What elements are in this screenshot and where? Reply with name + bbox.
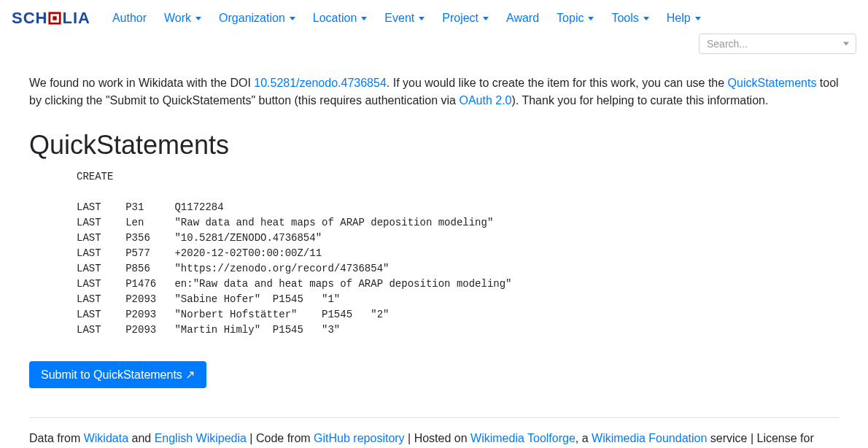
- nav-help[interactable]: Help: [659, 6, 708, 31]
- caret-icon: [361, 17, 367, 20]
- nav-location[interactable]: Location: [306, 6, 375, 31]
- nav-award[interactable]: Award: [499, 6, 546, 31]
- caret-icon: [643, 17, 649, 20]
- page-heading: QuickStatements: [29, 130, 839, 161]
- submit-button[interactable]: Submit to QuickStatements ↗: [29, 361, 206, 388]
- caret-icon: [588, 17, 594, 20]
- nav-topic[interactable]: Topic: [549, 6, 601, 31]
- caret-icon: [290, 17, 295, 20]
- footer-text: Data from Wikidata and English Wikipedia…: [29, 430, 839, 448]
- caret-icon: [483, 17, 489, 20]
- divider: [29, 417, 839, 418]
- dropdown-caret-icon[interactable]: [843, 42, 849, 46]
- search-box: [699, 34, 856, 54]
- brand-logo[interactable]: SCHLIA: [12, 9, 90, 28]
- caret-icon: [695, 17, 701, 20]
- oauth-link[interactable]: OAuth 2.0: [459, 94, 511, 107]
- quickstatements-code: CREATE LAST P31 Q1172284 LAST Len "Raw d…: [77, 169, 839, 338]
- github-link[interactable]: GitHub repository: [314, 432, 405, 444]
- toolforge-link[interactable]: Wikimedia Toolforge: [470, 432, 576, 444]
- caret-icon: [419, 17, 425, 20]
- nav-project[interactable]: Project: [435, 6, 496, 31]
- doi-link[interactable]: 10.5281/zenodo.4736854: [254, 77, 387, 89]
- quickstatements-link[interactable]: QuickStatements: [728, 77, 817, 89]
- search-input[interactable]: [699, 34, 856, 54]
- nav-organization[interactable]: Organization: [212, 6, 303, 31]
- wikidata-link[interactable]: Wikidata: [84, 432, 128, 444]
- nav-work[interactable]: Work: [157, 6, 209, 31]
- navbar: SCHLIA Author Work Organization Location…: [0, 0, 868, 60]
- wmf-link[interactable]: Wikimedia Foundation: [592, 432, 707, 444]
- intro-text: We found no work in Wikidata with the DO…: [29, 74, 839, 109]
- nav-author[interactable]: Author: [105, 6, 154, 31]
- nav-event[interactable]: Event: [377, 6, 432, 31]
- nav-tools[interactable]: Tools: [604, 6, 656, 31]
- enwiki-link[interactable]: English Wikipedia: [155, 432, 247, 444]
- svg-rect-1: [53, 16, 57, 20]
- caret-icon: [195, 17, 201, 20]
